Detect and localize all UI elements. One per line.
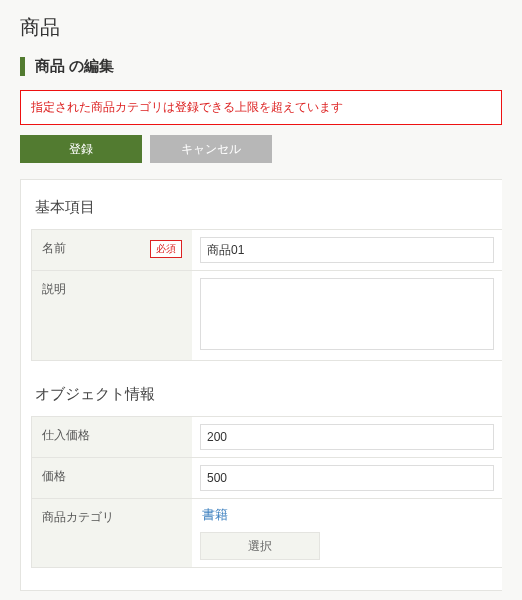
cancel-button[interactable]: キャンセル <box>150 135 272 163</box>
basic-section-title: 基本項目 <box>31 198 502 229</box>
cost-price-input[interactable] <box>200 424 494 450</box>
price-row: 価格 <box>32 458 502 499</box>
required-tag: 必須 <box>150 240 182 258</box>
price-label: 価格 <box>42 468 66 485</box>
page-title: 商品 <box>0 0 522 51</box>
top-button-row: 登録 キャンセル <box>20 135 502 163</box>
content-panel: 基本項目 名前 必須 説明 オブジェクト情報 仕入価格 <box>20 179 502 591</box>
category-selected[interactable]: 書籍 <box>200 506 228 524</box>
category-row: 商品カテゴリ 書籍 選択 <box>32 499 502 567</box>
category-select-button[interactable]: 選択 <box>200 532 320 560</box>
basic-form-table: 名前 必須 説明 <box>31 229 502 361</box>
price-value-cell <box>192 458 502 498</box>
name-value-cell <box>192 230 502 270</box>
object-form-table: 仕入価格 価格 商品カテゴリ 書籍 選択 <box>31 416 502 568</box>
edit-section-title: 商品 の編集 <box>20 57 502 76</box>
description-label-cell: 説明 <box>32 271 192 360</box>
description-row: 説明 <box>32 271 502 360</box>
price-input[interactable] <box>200 465 494 491</box>
name-input[interactable] <box>200 237 494 263</box>
cost-price-label: 仕入価格 <box>42 427 90 444</box>
cost-price-label-cell: 仕入価格 <box>32 417 192 457</box>
category-label: 商品カテゴリ <box>42 509 114 526</box>
description-label: 説明 <box>42 281 66 298</box>
error-message: 指定された商品カテゴリは登録できる上限を超えています <box>20 90 502 125</box>
description-textarea[interactable] <box>200 278 494 350</box>
price-label-cell: 価格 <box>32 458 192 498</box>
cost-price-row: 仕入価格 <box>32 417 502 458</box>
cost-price-value-cell <box>192 417 502 457</box>
register-button[interactable]: 登録 <box>20 135 142 163</box>
name-row: 名前 必須 <box>32 230 502 271</box>
category-value-cell: 書籍 選択 <box>192 499 502 567</box>
name-label: 名前 <box>42 240 66 257</box>
category-label-cell: 商品カテゴリ <box>32 499 192 567</box>
object-section-title: オブジェクト情報 <box>31 385 502 416</box>
name-label-cell: 名前 必須 <box>32 230 192 270</box>
description-value-cell <box>192 271 502 360</box>
